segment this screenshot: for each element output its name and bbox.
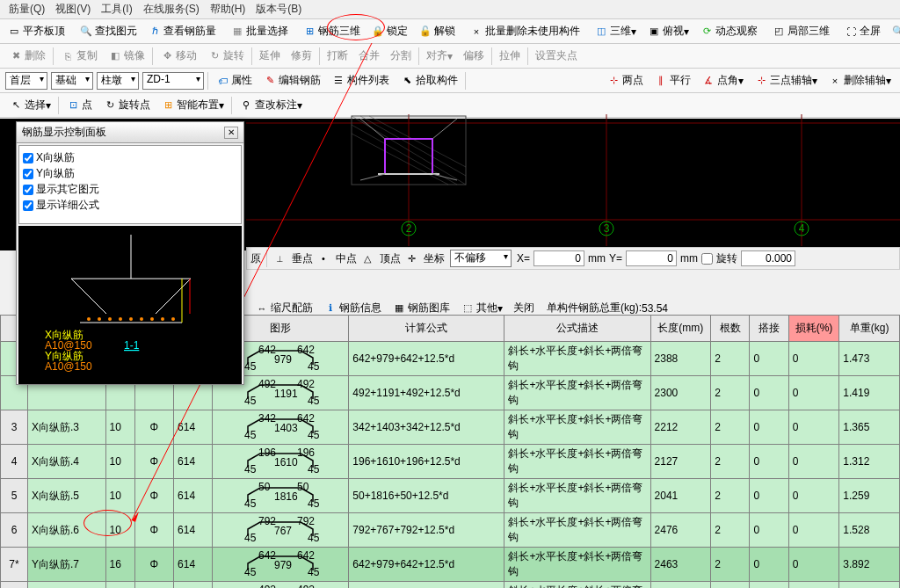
menu-view[interactable]: 视图(V) — [50, 2, 96, 17]
menu-rebar[interactable]: 筋量(Q) — [4, 2, 50, 17]
panel-close-button[interactable]: ✕ — [224, 127, 238, 139]
rotate-point-button[interactable]: ↻旋转点 — [98, 95, 155, 115]
panel-preview: X向纵筋 A10@150 Y向纵筋 A10@150 1-1 — [18, 226, 242, 384]
property-button[interactable]: 🏷属性 — [211, 70, 257, 91]
menu-tools[interactable]: 工具(I) — [96, 2, 137, 17]
zoom-button[interactable]: 🔍缩放▾ — [887, 21, 900, 41]
break-button[interactable]: 打断 — [323, 46, 352, 66]
split-button[interactable]: 分割 — [386, 46, 416, 66]
3d-button[interactable]: ◫三维▾ — [590, 21, 641, 41]
trim-button[interactable]: 修剪 — [287, 46, 316, 66]
edit-rebar-button[interactable]: ✎编辑钢筋 — [258, 70, 325, 91]
flat-top-button[interactable]: ▭平齐板顶 — [3, 21, 69, 41]
table-row[interactable]: 4X向纵筋.410Φ614196196 45161045196+1610+196… — [1, 445, 900, 479]
check-annotation-button[interactable]: ⚲查改标注▾ — [235, 95, 307, 115]
svg-text:45: 45 — [244, 532, 257, 541]
extend-button[interactable]: 延伸 — [255, 46, 285, 66]
svg-text:A10@150: A10@150 — [45, 360, 92, 373]
table-row[interactable]: 5X向纵筋.510Φ6145050 4518164550+1816+50+12.… — [1, 479, 900, 513]
snap-mid[interactable]: 中点 — [336, 251, 357, 266]
svg-text:492: 492 — [258, 585, 276, 589]
two-point-button[interactable]: ⊹两点 — [602, 70, 648, 91]
name-combo[interactable]: ZD-1 — [142, 72, 204, 90]
merge-button[interactable]: 合并 — [354, 46, 384, 66]
local-3d-button[interactable]: ◰局部三维 — [767, 21, 834, 41]
table-row[interactable]: 8Y向纵筋.810Φ614492492 45119145492+1191+492… — [1, 582, 900, 589]
pick-component-button[interactable]: ⬉拾取构件 — [396, 70, 462, 91]
copy-button[interactable]: ⎘复制 — [56, 46, 102, 66]
col-count[interactable]: 根数 — [711, 316, 750, 342]
select-button[interactable]: ↖选择▾ — [4, 95, 55, 115]
view-rebar-button[interactable]: ℏ查看钢筋量 — [143, 21, 221, 41]
snap-coord[interactable]: 坐标 — [424, 251, 445, 266]
col-length[interactable]: 长度(mm) — [650, 316, 711, 342]
delete-axis-button[interactable]: ×删除辅轴▾ — [824, 70, 896, 91]
type-combo[interactable]: 柱墩 — [97, 72, 139, 90]
unlock-button[interactable]: 🔓解锁 — [414, 21, 460, 41]
point-angle-button[interactable]: ∡点角▾ — [697, 70, 748, 91]
table-row[interactable]: 7*Y向纵筋.716Φ614642642 4597945642+979+642+… — [1, 548, 900, 582]
three-point-axis-button[interactable]: ⊹三点辅轴▾ — [750, 70, 822, 91]
col-loss[interactable]: 损耗(%) — [788, 316, 839, 342]
col-lap[interactable]: 搭接 — [750, 316, 788, 342]
menu-version[interactable]: 版本号(B) — [250, 2, 307, 17]
fullscreen-button[interactable]: ⛶全屏 — [839, 21, 885, 41]
x-input[interactable] — [533, 250, 584, 266]
menu-online[interactable]: 在线服务(S) — [138, 2, 205, 17]
svg-point-73 — [87, 317, 91, 321]
panel-titlebar[interactable]: 钢筋显示控制面板 ✕ — [17, 122, 243, 143]
delete-button[interactable]: ✖删除 — [4, 46, 50, 66]
svg-text:45: 45 — [308, 463, 320, 473]
offset-button[interactable]: 偏移 — [459, 46, 489, 66]
check-other[interactable]: 显示其它图元 — [23, 182, 237, 197]
unlock-icon: 🔓 — [418, 25, 432, 39]
svg-line-16 — [352, 134, 448, 185]
rotate-button[interactable]: ↻旋转 — [203, 46, 249, 66]
category-combo[interactable]: 基础 — [51, 72, 93, 90]
component-list-button[interactable]: ☰构件列表 — [327, 70, 394, 91]
rotate-input[interactable] — [741, 250, 795, 266]
offset-combo[interactable]: 不偏移 — [450, 250, 512, 267]
move-button[interactable]: ✥移动 — [156, 46, 201, 66]
svg-text:45: 45 — [308, 429, 320, 439]
rebar-display-panel[interactable]: 钢筋显示控制面板 ✕ X向纵筋 Y向纵筋 显示其它图元 显示详细公式 X向纵筋 … — [16, 121, 244, 385]
col-desc[interactable]: 公式描述 — [504, 316, 650, 342]
dynamic-button[interactable]: ⟳动态观察 — [695, 21, 762, 41]
smart-place-button[interactable]: ⊞智能布置▾ — [156, 95, 229, 115]
point-button[interactable]: ⊡点 — [62, 95, 97, 115]
svg-text:979: 979 — [274, 353, 292, 366]
y-input[interactable] — [626, 250, 677, 266]
set-pin-button[interactable]: 设置夹点 — [531, 46, 582, 66]
svg-text:979: 979 — [274, 559, 292, 571]
align-button[interactable]: 对齐▾ — [422, 46, 457, 66]
floor-combo[interactable]: 首层 — [5, 72, 47, 90]
svg-text:45: 45 — [244, 395, 257, 404]
table-row[interactable]: 3X向纵筋.310Φ614342642 45140345342+1403+342… — [1, 410, 900, 445]
parallel-button[interactable]: ∥平行 — [650, 70, 695, 91]
lock-button[interactable]: 🔒锁定 — [367, 21, 412, 41]
col-formula[interactable]: 计算公式 — [349, 316, 504, 342]
svg-point-75 — [108, 317, 112, 321]
snap-prev[interactable]: 原 — [250, 251, 261, 266]
batch-select-button[interactable]: ▦批量选择 — [226, 21, 293, 41]
svg-line-21 — [360, 174, 385, 180]
col-weight[interactable]: 单重(kg) — [839, 316, 900, 342]
rotate-checkbox[interactable] — [701, 253, 713, 265]
batch-delete-button[interactable]: ×批量删除未使用构件 — [465, 21, 584, 41]
check-y-rebar[interactable]: Y向纵筋 — [23, 166, 237, 181]
check-x-rebar[interactable]: X向纵筋 — [23, 150, 237, 165]
table-row[interactable]: 6X向纵筋.610Φ614792792 4576745792+767+792+1… — [1, 513, 900, 548]
find-view-button[interactable]: 🔍查找图元 — [75, 21, 142, 41]
check-detail-formula[interactable]: 显示详细公式 — [23, 198, 237, 213]
rebar-3d-button[interactable]: ⊞钢筋三维 — [298, 21, 365, 41]
mm-2: mm — [680, 252, 698, 265]
snap-vertex[interactable]: 顶点 — [380, 251, 401, 266]
svg-point-81 — [171, 317, 175, 321]
stretch-button[interactable]: 拉伸 — [495, 46, 525, 66]
snap-perp[interactable]: 垂点 — [292, 251, 313, 266]
total-weight-label: 单构件钢筋总重(kg): — [547, 301, 642, 316]
top-view-button[interactable]: ▣俯视▾ — [642, 21, 693, 41]
mirror-button[interactable]: ◧镜像 — [104, 46, 149, 66]
svg-point-78 — [140, 317, 143, 321]
menu-help[interactable]: 帮助(H) — [205, 2, 251, 17]
